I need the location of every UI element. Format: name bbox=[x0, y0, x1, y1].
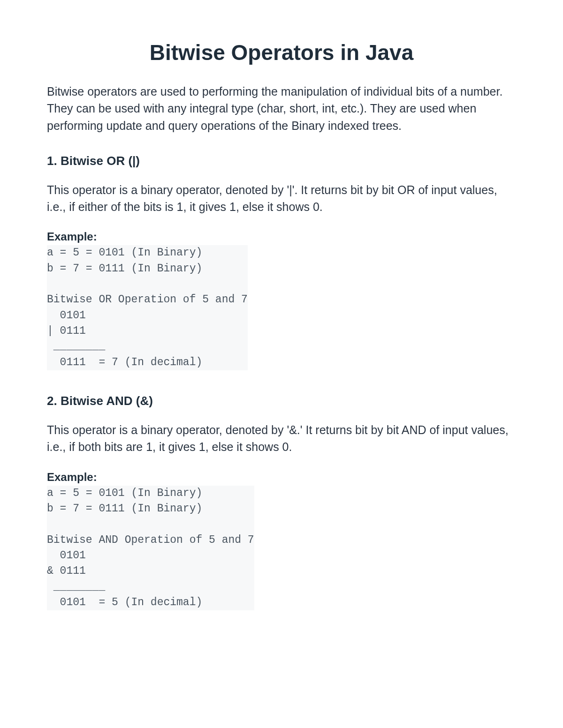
section-heading: 2. Bitwise AND (&) bbox=[47, 394, 516, 408]
example-label: Example: bbox=[47, 230, 516, 243]
section-description: This operator is a binary operator, deno… bbox=[47, 421, 516, 456]
intro-paragraph: Bitwise operators are used to performing… bbox=[47, 83, 516, 134]
section-heading: 1. Bitwise OR (|) bbox=[47, 154, 516, 168]
page-title: Bitwise Operators in Java bbox=[47, 40, 516, 65]
section-bitwise-and: 2. Bitwise AND (&) This operator is a bi… bbox=[47, 394, 516, 629]
example-label: Example: bbox=[47, 471, 516, 484]
code-block: a = 5 = 0101 (In Binary) b = 7 = 0111 (I… bbox=[47, 486, 254, 611]
section-description: This operator is a binary operator, deno… bbox=[47, 181, 516, 216]
section-bitwise-or: 1. Bitwise OR (|) This operator is a bin… bbox=[47, 154, 516, 389]
code-block: a = 5 = 0101 (In Binary) b = 7 = 0111 (I… bbox=[47, 245, 248, 370]
